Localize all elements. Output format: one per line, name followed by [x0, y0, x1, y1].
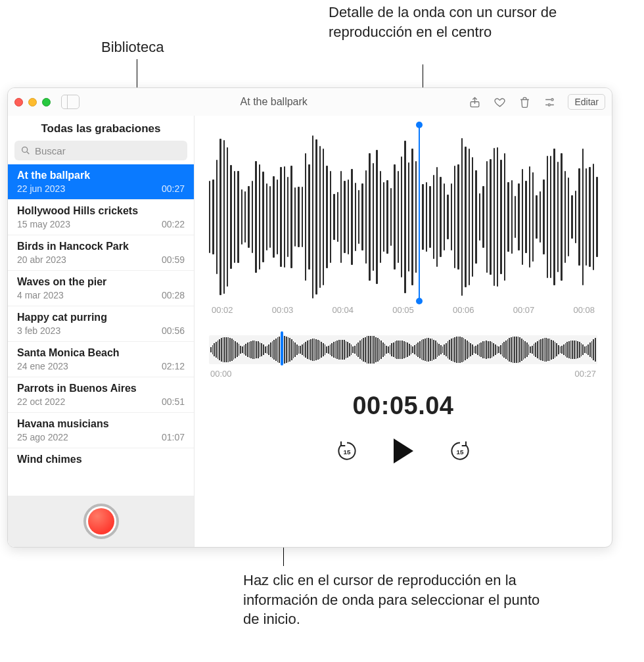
svg-point-1 [551, 98, 553, 100]
timescale-tick: 00:05 [392, 305, 414, 322]
recording-date: 15 may 2023 [17, 219, 70, 229]
window-title: At the ballpark [80, 96, 468, 108]
recording-item[interactable]: Santa Monica Beach24 ene 202302:12 [8, 342, 194, 377]
recording-duration: 00:28 [162, 290, 185, 300]
recording-name: Waves on the pier [17, 276, 185, 288]
recording-date: 20 abr 2023 [17, 254, 66, 265]
recording-item[interactable]: Hollywood Hills crickets15 may 202300:22 [8, 200, 194, 235]
recording-name: Havana musicians [17, 418, 185, 430]
search-icon [20, 145, 31, 156]
callout-library: Biblioteca [101, 37, 164, 57]
toggle-sidebar-button[interactable] [61, 95, 80, 109]
recording-name: Hollywood Hills crickets [17, 205, 185, 217]
recording-duration: 00:22 [162, 219, 185, 229]
titlebar: At the ballpark Editar [8, 88, 612, 116]
favorite-icon[interactable] [493, 95, 506, 108]
search-input[interactable]: Buscar [14, 141, 187, 160]
overview-start-label: 00:00 [210, 369, 232, 379]
recording-item[interactable]: At the ballpark22 jun 202300:27 [8, 164, 194, 200]
search-placeholder: Buscar [35, 145, 66, 156]
recording-item[interactable]: Waves on the pier4 mar 202300:28 [8, 271, 194, 306]
recording-duration: 00:56 [162, 325, 185, 336]
recording-date: 25 ago 2022 [17, 432, 68, 442]
recording-name: Happy cat purring [17, 312, 185, 323]
recording-date: 22 oct 2022 [17, 396, 65, 407]
recordings-list: At the ballpark22 jun 202300:27Hollywood… [8, 164, 194, 496]
recording-name: Birds in Hancock Park [17, 241, 185, 252]
overview-playhead[interactable] [281, 331, 283, 366]
callout-waveform-detail: Detalle de la onda con un cursor de repr… [329, 3, 611, 41]
recording-item[interactable]: Birds in Hancock Park20 abr 202300:59 [8, 235, 194, 271]
playback-controls: 15 15 [209, 438, 597, 463]
timescale-tick: 00:02 [212, 305, 233, 322]
detail-playhead[interactable] [419, 125, 420, 301]
recording-date: 3 feb 2023 [17, 325, 60, 336]
skip-back-button[interactable]: 15 [334, 438, 359, 463]
trash-icon[interactable] [518, 95, 531, 108]
timescale-tick: 00:07 [513, 305, 535, 322]
recording-name: At the ballpark [17, 170, 185, 181]
timescale-tick: 00:08 [573, 305, 595, 322]
svg-text:15: 15 [343, 448, 350, 456]
record-button[interactable] [83, 504, 119, 539]
minimize-window-button[interactable] [28, 98, 37, 106]
recording-duration: 01:07 [162, 432, 185, 442]
timescale: 00:0200:0300:0400:0500:0600:0700:08 [209, 305, 597, 322]
recording-item[interactable]: Wind chimes [8, 448, 194, 471]
recording-item[interactable]: Parrots in Buenos Aires22 oct 202200:51 [8, 377, 194, 413]
record-area [8, 496, 194, 547]
recording-date: 22 jun 2023 [17, 183, 65, 194]
window-controls [14, 98, 51, 106]
record-icon [88, 508, 114, 534]
recording-duration: 00:59 [162, 254, 185, 265]
timescale-tick: 00:04 [332, 305, 354, 322]
sidebar-header: Todas las grabaciones [8, 116, 194, 141]
recording-name: Wind chimes [17, 454, 185, 465]
svg-point-2 [548, 103, 550, 105]
timescale-tick: 00:03 [272, 305, 294, 322]
zoom-window-button[interactable] [42, 98, 51, 106]
recording-duration: 02:12 [162, 361, 185, 371]
svg-point-3 [22, 147, 28, 153]
share-icon[interactable] [468, 95, 481, 108]
timecode: 00:05.04 [209, 392, 597, 420]
recording-name: Parrots in Buenos Aires [17, 383, 185, 394]
recording-duration: 00:51 [162, 396, 185, 407]
recording-duration: 00:27 [162, 183, 185, 194]
recording-name: Santa Monica Beach [17, 347, 185, 359]
play-icon [394, 438, 413, 463]
recording-item[interactable]: Havana musicians25 ago 202201:07 [8, 413, 194, 448]
callout-overview-playhead: Haz clic en el cursor de reproducción en… [243, 571, 559, 629]
svg-text:15: 15 [456, 448, 463, 456]
waveform-detail[interactable]: 00:0200:0300:0400:0500:0600:0700:08 [209, 125, 597, 322]
timescale-tick: 00:06 [453, 305, 474, 322]
recording-date: 4 mar 2023 [17, 290, 64, 300]
app-window: At the ballpark Editar Todas las grabaci… [7, 87, 612, 548]
main-panel: 00:0200:0300:0400:0500:0600:0700:08 00:0… [195, 116, 612, 547]
play-button[interactable] [391, 438, 416, 463]
recording-date: 24 ene 2023 [17, 361, 68, 371]
settings-sliders-icon[interactable] [543, 95, 556, 108]
sidebar: Todas las grabaciones Buscar At the ball… [8, 116, 195, 547]
waveform-overview[interactable]: 00:00 00:27 [209, 331, 597, 377]
overview-end-label: 00:27 [574, 369, 596, 379]
close-window-button[interactable] [14, 98, 23, 106]
edit-button[interactable]: Editar [568, 94, 605, 110]
skip-forward-button[interactable]: 15 [448, 438, 472, 463]
recording-item[interactable]: Happy cat purring3 feb 202300:56 [8, 306, 194, 342]
